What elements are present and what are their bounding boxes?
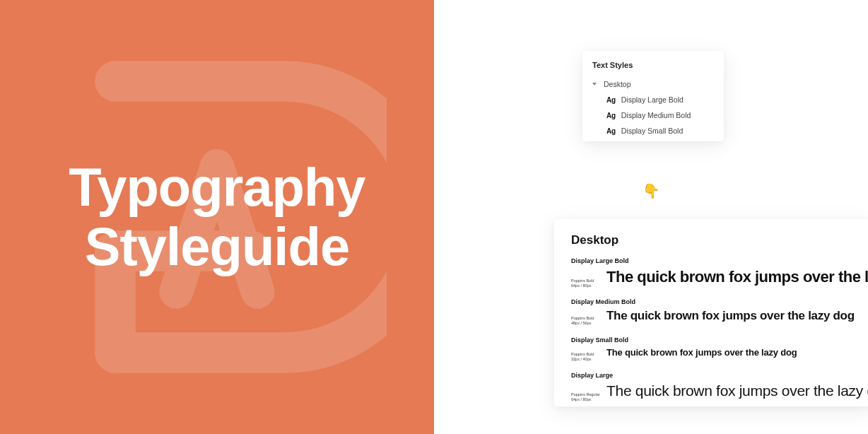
text-style-label: Display Small Bold [621,127,684,135]
tree-group-desktop[interactable]: Desktop [582,76,724,92]
specimen-heading: Desktop [571,233,868,247]
text-style-glyph-icon: Ag [606,96,616,104]
specimen-style-name: Display Small Bold [571,336,868,344]
text-style-glyph-icon: Ag [606,127,616,135]
hero-title: Typography Styleguide [69,158,365,276]
specimen-sample-text: The quick brown fox jumps over the lazy … [606,309,855,323]
text-style-item[interactable]: AgDisplay Medium Bold [582,107,724,123]
specimen-sample-text: The quick brown fox jumps over the lazy … [606,268,868,286]
text-style-label: Display Medium Bold [621,111,691,119]
specimen-style-block: Display Medium BoldPoppins Bold48px / 56… [571,298,868,326]
specimen-sample-text: The quick brown fox jumps over the lazy … [606,347,797,358]
specimen-style-meta: Poppins Regular64px / 80px [571,392,606,402]
tree-group-label: Desktop [604,80,631,88]
text-style-glyph-icon: Ag [606,112,616,119]
specimen-style-block: Display Small BoldPoppins Bold32px / 40p… [571,336,868,362]
hero-panel: Typography Styleguide [0,0,434,434]
specimen-style-name: Display Large Bold [571,257,868,264]
panel-header: Text Styles [582,61,724,76]
pointing-down-icon: 👇 [643,182,660,199]
text-style-item[interactable]: AgDisplay Large Bold [582,92,724,107]
specimen-style-meta: Poppins Bold32px / 40px [571,352,606,362]
specimen-style-name: Display Medium Bold [571,298,868,305]
specimen-style-meta: Poppins Bold48px / 56px [571,316,606,326]
specimen-card: Desktop Display Large BoldPoppins Bold64… [554,219,868,406]
specimen-style-block: Display LargePoppins Regular64px / 80pxT… [571,372,868,402]
text-style-label: Display Large Bold [621,95,684,104]
specimen-style-meta: Poppins Bold64px / 80px [571,278,606,288]
chevron-down-icon [592,83,597,86]
specimen-sample-text: The quick brown fox jumps over the lazy … [606,382,868,399]
text-style-item[interactable]: AgDisplay Small Bold [582,123,724,139]
preview-panel: Text Styles Desktop AgDisplay Large Bold… [434,0,868,434]
specimen-style-name: Display Large [571,372,868,379]
text-styles-panel: Text Styles Desktop AgDisplay Large Bold… [582,51,724,141]
specimen-style-block: Display Large BoldPoppins Bold64px / 80p… [571,257,868,288]
